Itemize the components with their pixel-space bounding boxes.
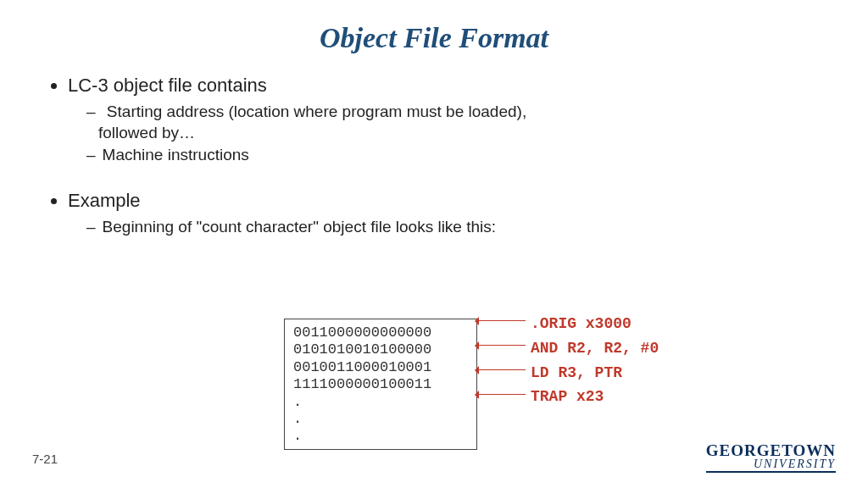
code-block: 0011000000000000 0101010010100000 001001… xyxy=(284,319,477,450)
code-line-5: . xyxy=(293,394,468,411)
annotation-and: AND R2, R2, #0 xyxy=(531,336,659,361)
annotation-orig: .ORIG x3000 xyxy=(531,312,659,336)
bullet-example-label: Example xyxy=(68,190,141,211)
annotation-trap: TRAP x23 xyxy=(531,385,659,409)
logo-line1: GEORGETOWN xyxy=(706,442,836,458)
code-line-6: . xyxy=(293,411,468,428)
code-line-2: 0101010010100000 xyxy=(293,341,468,358)
code-line-4: 1111000000100011 xyxy=(293,376,468,393)
slide-title: Object File Format xyxy=(0,22,868,54)
bullet-example: Example Beginning of "count character" o… xyxy=(68,190,819,238)
subbullet-count-char: Beginning of "count character" object fi… xyxy=(86,217,819,238)
code-line-7: . xyxy=(293,428,468,445)
bullet-lc3-label: LC-3 object file contains xyxy=(68,75,267,96)
georgetown-logo: GEORGETOWN UNIVERSITY xyxy=(706,442,836,473)
subbullet-machine-instr: Machine instructions xyxy=(86,145,819,166)
subbullet-start-addr: Starting address (location where program… xyxy=(86,102,819,143)
arrow-icon xyxy=(479,320,526,321)
code-line-3: 0010011000010001 xyxy=(293,359,468,376)
page-number: 7-21 xyxy=(32,452,58,466)
arrow-icon xyxy=(479,369,526,370)
annotation-ld: LD R3, PTR xyxy=(531,361,659,385)
logo-line2: UNIVERSITY xyxy=(706,458,836,473)
code-annotations: .ORIG x3000 AND R2, R2, #0 LD R3, PTR TR… xyxy=(531,312,659,409)
arrow-icon xyxy=(479,394,526,395)
slide-body: LC-3 object file contains Starting addre… xyxy=(0,75,868,238)
bullet-lc3: LC-3 object file contains Starting addre… xyxy=(68,75,819,166)
code-line-1: 0011000000000000 xyxy=(293,324,468,341)
arrow-icon xyxy=(479,345,526,346)
